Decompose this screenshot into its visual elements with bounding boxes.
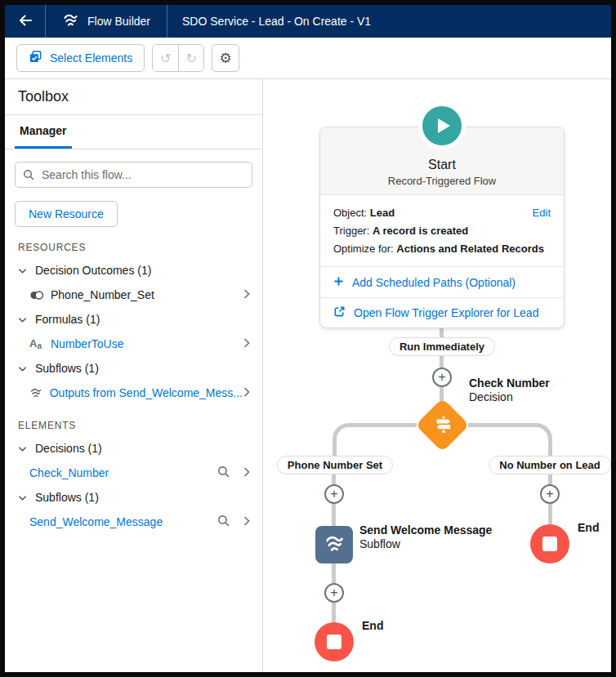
stop-square-icon	[327, 635, 341, 649]
decision-node-label: Check Number Decision	[469, 376, 550, 404]
find-in-canvas-icon[interactable]	[217, 514, 230, 529]
edit-link[interactable]: Edit	[533, 204, 551, 222]
flow-search	[15, 162, 252, 188]
resource-item-phone-number-set[interactable]: Phone_Number_Set	[5, 283, 262, 307]
flow-canvas: Start Record-Triggered Flow Object: Lead…	[263, 79, 611, 672]
element-item-send-welcome-message[interactable]: Send_Welcome_Message	[5, 510, 262, 534]
chevron-down-icon	[18, 491, 27, 504]
main-content: Toolbox Manager New Resource RESOURCES D…	[5, 79, 611, 672]
stop-square-icon	[542, 537, 557, 551]
end-label-right: End	[578, 521, 599, 535]
undo-redo-group: ↺ ↻	[152, 44, 204, 72]
decision-outcome-icon	[29, 290, 47, 301]
tab-manager[interactable]: Manager	[15, 115, 72, 149]
subflow-title: Send Welcome Message	[359, 523, 492, 537]
subflow-node-send-welcome-message[interactable]	[315, 526, 353, 563]
chevron-right-icon[interactable]	[243, 466, 251, 480]
chevron-right-icon[interactable]	[243, 386, 251, 400]
chevron-right-icon[interactable]	[243, 288, 251, 302]
new-resource-button[interactable]: New Resource	[15, 201, 118, 227]
branch-label-phone-number-set: Phone Number Set	[277, 456, 393, 474]
object-value: Lead	[370, 207, 395, 219]
formula-icon	[29, 338, 47, 350]
start-subtitle: Record-Triggered Flow	[320, 175, 564, 187]
group-resource-subflows[interactable]: Subflows (1)	[5, 356, 262, 381]
gear-icon: ⚙	[220, 51, 232, 66]
toolbox-panel: Toolbox Manager New Resource RESOURCES D…	[5, 79, 263, 672]
chevron-right-icon[interactable]	[243, 337, 251, 351]
subflow-waves-icon	[324, 532, 346, 558]
chevron-down-icon	[18, 313, 27, 326]
open-trigger-explorer-link[interactable]: Open Flow Trigger Explorer for Lead	[320, 297, 564, 327]
add-element-button-after-subflow[interactable]	[324, 583, 344, 603]
element-item-check-number[interactable]: Check_Number	[5, 461, 262, 485]
optimize-label: Optimize for:	[333, 243, 394, 255]
resource-item-numbertouse[interactable]: NumberToUse	[5, 332, 262, 356]
select-elements-icon	[29, 50, 42, 66]
settings-button[interactable]: ⚙	[212, 44, 239, 72]
toolbox-title: Toolbox	[5, 79, 262, 115]
object-label: Object:	[333, 207, 367, 219]
chevron-down-icon	[18, 264, 27, 277]
group-decision-outcomes[interactable]: Decision Outcomes (1)	[5, 258, 262, 283]
decision-title: Check Number	[469, 376, 550, 390]
group-formulas[interactable]: Formulas (1)	[5, 307, 262, 332]
toolbox-tabs: Manager	[5, 115, 262, 149]
back-arrow-icon	[17, 12, 33, 31]
undo-button[interactable]: ↺	[153, 45, 178, 71]
end-label-left: End	[362, 619, 383, 633]
branch-label-no-number-on-lead: No Number on Lead	[489, 456, 611, 474]
trigger-label: Trigger:	[333, 225, 369, 237]
search-icon	[23, 169, 34, 184]
connector-branch-left-curve	[333, 423, 417, 460]
flow-title: SDO Service - Lead - On Create - V1	[167, 5, 371, 38]
optimize-value: Actions and Related Records	[396, 243, 544, 255]
subflow-node-label: Send Welcome Message Subflow	[359, 523, 492, 551]
signpost-icon	[426, 409, 459, 442]
redo-icon: ↻	[185, 51, 196, 65]
external-link-icon	[333, 305, 346, 320]
find-in-canvas-icon[interactable]	[217, 465, 230, 480]
add-element-button-left-branch[interactable]	[324, 484, 344, 504]
resource-item-outputs-send-welcome[interactable]: Outputs from Send_Welcome_Mess...	[5, 381, 262, 405]
connector-branch-right-curve	[468, 423, 552, 460]
run-immediately-badge: Run Immediately	[389, 337, 495, 356]
add-scheduled-paths-link[interactable]: Add Scheduled Paths (Optional)	[320, 267, 564, 297]
flow-logo-icon	[62, 11, 79, 32]
decision-node-check-number[interactable]	[415, 398, 469, 452]
end-node-right[interactable]	[530, 524, 569, 563]
end-node-left[interactable]	[315, 622, 354, 661]
chevron-down-icon	[18, 442, 27, 455]
resources-heading: RESOURCES	[5, 242, 262, 253]
subflow-icon	[29, 386, 47, 399]
add-element-button-right-branch[interactable]	[540, 484, 560, 504]
search-input[interactable]	[15, 162, 252, 188]
start-play-icon[interactable]	[422, 106, 462, 145]
start-trigger-info: Object: Lead Edit Trigger: A record is c…	[320, 195, 564, 267]
group-decisions[interactable]: Decisions (1)	[5, 436, 262, 461]
select-elements-button[interactable]: Select Elements	[16, 44, 145, 72]
subflow-type: Subflow	[359, 537, 492, 551]
plus-icon	[333, 276, 344, 289]
redo-button[interactable]: ↻	[178, 45, 203, 71]
canvas-toolbar: Select Elements ↺ ↻ ⚙	[5, 38, 611, 79]
select-elements-label: Select Elements	[50, 51, 132, 65]
decision-type: Decision	[469, 390, 550, 404]
undo-icon: ↺	[160, 51, 171, 65]
chevron-right-icon[interactable]	[243, 515, 251, 529]
flow-builder-window: Flow Builder SDO Service - Lead - On Cre…	[0, 0, 616, 677]
chevron-down-icon	[18, 362, 27, 375]
app-name: Flow Builder	[87, 15, 150, 28]
group-element-subflows[interactable]: Subflows (1)	[5, 485, 262, 510]
app-brand: Flow Builder	[46, 5, 167, 38]
elements-heading: ELEMENTS	[5, 420, 262, 431]
back-button[interactable]	[5, 5, 46, 38]
play-triangle-icon	[438, 118, 450, 133]
start-title: Start	[320, 158, 564, 172]
start-node-card[interactable]: Start Record-Triggered Flow Object: Lead…	[319, 127, 565, 328]
trigger-value: A record is created	[373, 225, 468, 237]
connector-start-to-decision	[440, 324, 444, 402]
add-element-button-main[interactable]	[432, 367, 452, 387]
app-header: Flow Builder SDO Service - Lead - On Cre…	[5, 5, 611, 38]
